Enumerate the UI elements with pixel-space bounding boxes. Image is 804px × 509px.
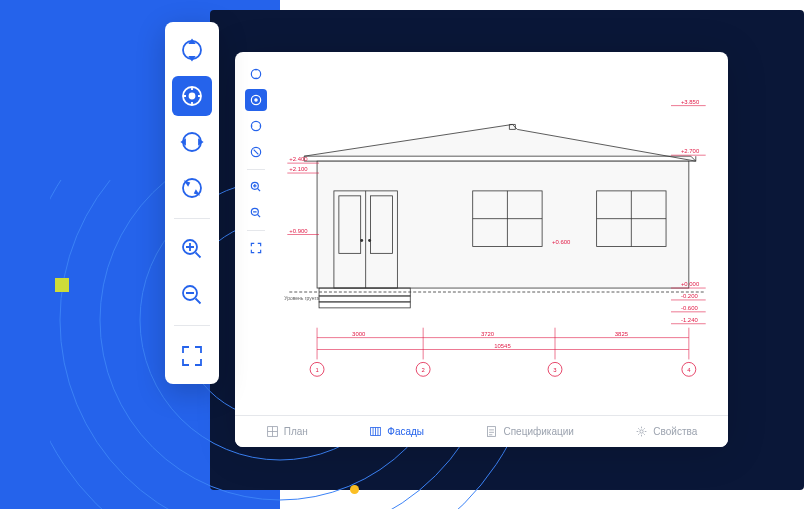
svg-text:-0.600: -0.600	[681, 305, 699, 311]
ground-label: Уровень грунта	[284, 296, 319, 301]
tab-props[interactable]: Свойства	[635, 425, 697, 438]
svg-point-18	[368, 239, 371, 242]
svg-point-17	[360, 239, 363, 242]
orbit-camera-button-large[interactable]	[172, 76, 212, 116]
zoom-in-button[interactable]	[245, 176, 267, 198]
svg-text:-0.200: -0.200	[681, 293, 699, 299]
orbit-side-button[interactable]	[245, 115, 267, 137]
plan-icon	[266, 425, 279, 438]
svg-point-5	[251, 69, 260, 78]
svg-point-8	[251, 121, 260, 130]
orbit-button-large[interactable]	[172, 168, 212, 208]
svg-text:+0.900: +0.900	[289, 228, 308, 234]
orbit-button[interactable]	[245, 141, 267, 163]
tab-specs[interactable]: Спецификации	[485, 425, 573, 438]
svg-rect-26	[319, 296, 410, 302]
svg-text:2: 2	[421, 367, 424, 373]
toolbar-separator	[174, 218, 210, 219]
bottom-tabs: План Фасады Спецификации Свойства	[235, 415, 728, 447]
svg-text:+3.850: +3.850	[681, 99, 700, 105]
decorative-dot	[350, 485, 359, 494]
orbit-front-button-large[interactable]	[172, 30, 212, 70]
tab-label: План	[284, 426, 308, 437]
svg-text:-1.240: -1.240	[681, 317, 699, 323]
tab-plan[interactable]: План	[266, 425, 308, 438]
specs-icon	[485, 425, 498, 438]
drawing-canvas[interactable]: Уровень грунта +3.850 +2.700 +0.000 -0.2…	[277, 62, 718, 409]
svg-text:+2.100: +2.100	[289, 166, 308, 172]
toolbar-separator	[247, 230, 265, 231]
tab-facades[interactable]: Фасады	[369, 425, 424, 438]
fullscreen-button[interactable]	[245, 237, 267, 259]
svg-text:+2.700: +2.700	[681, 148, 700, 154]
svg-text:3720: 3720	[481, 331, 495, 337]
orbit-camera-button[interactable]	[245, 89, 267, 111]
svg-text:+2.400: +2.400	[289, 156, 308, 162]
zoom-in-button-large[interactable]	[172, 229, 212, 269]
elevation-marks-left: +2.400 +2.100 +0.900	[287, 156, 319, 234]
tab-label: Свойства	[653, 426, 697, 437]
zoom-out-button[interactable]	[245, 202, 267, 224]
zoom-out-button-large[interactable]	[172, 275, 212, 315]
svg-rect-12	[317, 161, 689, 288]
facades-icon	[369, 425, 382, 438]
toolbar-separator	[174, 325, 210, 326]
svg-text:10545: 10545	[494, 343, 511, 349]
floating-toolbar	[165, 22, 219, 384]
svg-point-72	[190, 94, 195, 99]
svg-point-69	[640, 430, 643, 433]
svg-text:+0.000: +0.000	[681, 281, 700, 287]
svg-text:3000: 3000	[352, 331, 366, 337]
app-card: Уровень грунта +3.850 +2.700 +0.000 -0.2…	[235, 52, 728, 447]
svg-point-7	[255, 99, 257, 101]
fullscreen-button-large[interactable]	[172, 336, 212, 376]
decorative-square	[55, 278, 69, 292]
svg-rect-27	[319, 302, 410, 308]
tab-label: Спецификации	[503, 426, 573, 437]
tab-label: Фасады	[387, 426, 424, 437]
svg-text:3825: 3825	[615, 331, 629, 337]
orbit-front-button[interactable]	[245, 63, 267, 85]
toolbar-separator	[247, 169, 265, 170]
gear-icon	[635, 425, 648, 438]
orbit-side-button-large[interactable]	[172, 122, 212, 162]
svg-text:+0.600: +0.600	[552, 239, 571, 245]
mini-toolbar	[242, 59, 270, 263]
